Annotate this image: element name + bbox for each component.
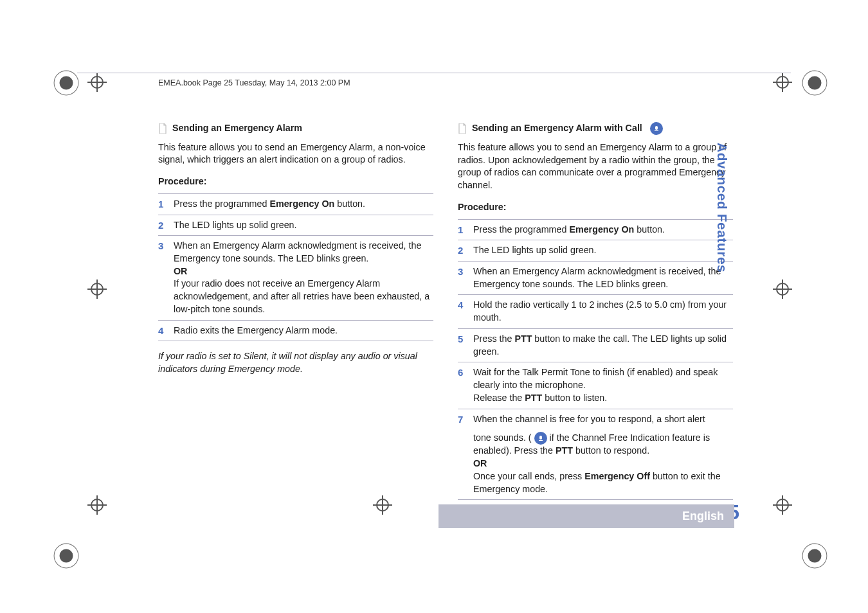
- step: Press the programmed Emergency On button…: [458, 219, 733, 240]
- call-icon: [534, 432, 547, 445]
- svg-rect-30: [655, 130, 658, 131]
- procedure-label: Procedure:: [158, 175, 433, 188]
- page-icon: [458, 123, 467, 134]
- step: Hold the radio vertically 1 to 2 inches …: [458, 294, 733, 328]
- call-icon: [650, 122, 663, 135]
- left-column: Sending an Emergency Alarm This feature …: [158, 122, 433, 500]
- crosshair-icon: [773, 73, 792, 92]
- reg-mark-icon: [801, 69, 828, 96]
- crosshair-icon: [773, 280, 792, 299]
- step: Press the programmed Emergency On button…: [158, 193, 433, 215]
- left-note: If your radio is set to Silent, it will …: [158, 350, 433, 375]
- step: Press the PTT button to make the call. T…: [458, 328, 733, 362]
- crosshair-icon: [87, 495, 107, 515]
- crosshair-icon: [87, 73, 107, 92]
- sidebar: Advanced Features 25: [710, 143, 734, 514]
- right-column: Sending an Emergency Alarm with Call Thi…: [458, 122, 733, 500]
- step: The LED lights up solid green.: [458, 240, 733, 261]
- left-title: Sending an Emergency Alarm: [172, 122, 302, 135]
- section-tab: Advanced Features: [714, 143, 730, 272]
- svg-point-3: [808, 76, 822, 90]
- section-heading: Sending an Emergency Alarm: [158, 122, 433, 135]
- reg-mark-icon: [801, 542, 828, 569]
- svg-rect-32: [539, 440, 543, 441]
- step: When an Emergency Alarm acknowledgment i…: [458, 261, 733, 294]
- svg-point-5: [60, 549, 73, 563]
- left-intro: This feature allows you to send an Emerg…: [158, 141, 433, 166]
- language-label: English: [682, 510, 724, 522]
- book-header: EMEA.book Page 25 Tuesday, May 14, 2013 …: [158, 78, 350, 87]
- language-footer: English: [439, 504, 734, 528]
- reg-mark-icon: [53, 542, 80, 569]
- section-heading: Sending an Emergency Alarm with Call: [458, 122, 733, 135]
- step: When the channel is free for you to resp…: [458, 409, 733, 501]
- reg-mark-icon: [53, 69, 80, 96]
- step: When an Emergency Alarm acknowledgment i…: [158, 235, 433, 319]
- page-icon: [158, 123, 167, 134]
- left-steps: Press the programmed Emergency On button…: [158, 193, 433, 341]
- crosshair-icon: [773, 495, 792, 515]
- svg-rect-29: [655, 126, 658, 130]
- right-title: Sending an Emergency Alarm with Call: [472, 122, 642, 135]
- step: Radio exits the Emergency Alarm mode.: [158, 320, 433, 342]
- svg-point-7: [808, 549, 822, 563]
- step: Wait for the Talk Permit Tone to finish …: [458, 362, 733, 408]
- svg-point-1: [60, 76, 73, 90]
- step: The LED lights up solid green.: [158, 215, 433, 236]
- header-rule: [77, 73, 791, 73]
- right-intro: This feature allows you to send an Emerg…: [458, 141, 733, 192]
- crosshair-icon: [87, 280, 107, 299]
- procedure-label: Procedure:: [458, 201, 733, 214]
- svg-rect-31: [539, 436, 542, 440]
- right-steps: Press the programmed Emergency On button…: [458, 219, 733, 501]
